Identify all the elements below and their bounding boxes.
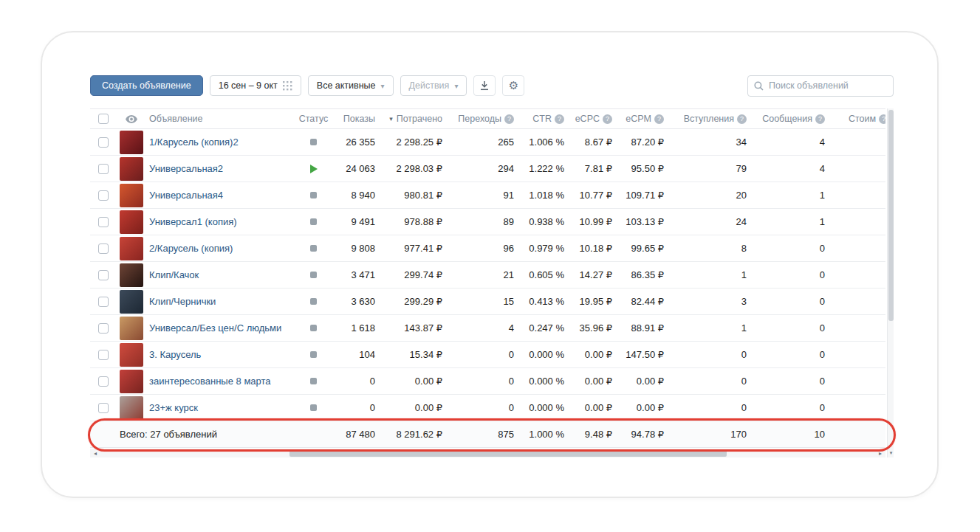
messages-value: 4 — [751, 156, 829, 182]
row-checkbox[interactable] — [98, 376, 109, 387]
ad-name-link[interactable]: Клип/Качок — [149, 269, 199, 280]
row-name-cell: 23+ж курск — [147, 395, 297, 421]
help-icon[interactable]: ? — [879, 114, 885, 124]
ad-name-link[interactable]: Универсал1 (копия) — [149, 216, 237, 227]
row-checkbox-cell — [90, 395, 116, 421]
ecpm-value: 103.13 ₽ — [617, 209, 668, 235]
ad-name-link[interactable]: 23+ж курск — [149, 402, 198, 413]
eye-icon — [126, 115, 137, 123]
chevron-down-icon: ▾ — [381, 82, 385, 90]
cost-value — [829, 262, 885, 288]
row-checkbox[interactable] — [98, 350, 109, 360]
column-header-ctr[interactable]: CTR ? — [518, 109, 569, 128]
column-header-ecpm[interactable]: eCPM ? — [617, 109, 668, 128]
row-checkbox[interactable] — [98, 270, 109, 280]
ad-thumbnail[interactable] — [120, 237, 143, 260]
ad-name-link[interactable]: 1/Карусель (копия)2 — [149, 137, 239, 148]
ad-thumbnail[interactable] — [120, 370, 143, 393]
ad-name-link[interactable]: 2/Карусель (копия) — [149, 243, 233, 254]
ad-thumbnail[interactable] — [120, 263, 143, 287]
settings-button[interactable]: ⚙ — [502, 75, 524, 96]
ad-thumbnail[interactable] — [120, 184, 143, 207]
column-label: CTR — [532, 114, 552, 124]
status-active-icon — [310, 165, 318, 173]
row-checkbox-cell — [90, 342, 116, 367]
column-header-cost[interactable]: Стоим ? — [829, 109, 885, 128]
ad-name-link[interactable]: 3. Карусель — [149, 349, 201, 360]
column-label: Сообщения — [762, 114, 812, 124]
ctr-value: 0.413 % — [518, 289, 569, 314]
column-header-status[interactable]: Статус — [297, 109, 330, 128]
row-checkbox[interactable] — [98, 297, 109, 307]
column-header-messages[interactable]: Сообщения ? — [751, 109, 829, 128]
status-stopped-icon — [310, 298, 317, 305]
help-icon[interactable]: ? — [737, 114, 747, 124]
column-label: Потрачено — [397, 114, 442, 124]
ad-thumbnail[interactable] — [120, 157, 143, 181]
column-header-name[interactable]: Объявление — [147, 109, 297, 128]
ad-name-link[interactable]: заинтересованные 8 марта — [149, 376, 271, 387]
row-checkbox[interactable] — [98, 164, 109, 174]
status-stopped-icon — [310, 351, 317, 358]
calendar-grid-icon — [283, 81, 292, 91]
ad-thumbnail[interactable] — [120, 317, 143, 340]
ad-name-link[interactable]: Универсал/Без цен/С людьми — [149, 322, 281, 334]
row-checkbox[interactable] — [98, 190, 109, 201]
ad-thumbnail[interactable] — [120, 210, 143, 234]
column-header-joins[interactable]: Вступления ? — [668, 109, 751, 128]
horizontal-scrollbar[interactable]: ◂ ▸ — [90, 449, 885, 457]
help-icon[interactable]: ? — [654, 114, 664, 124]
row-checkbox[interactable] — [98, 403, 109, 413]
row-checkbox[interactable] — [98, 243, 109, 254]
search-input[interactable] — [769, 80, 887, 91]
ad-name-link[interactable]: Универсальная4 — [149, 190, 223, 201]
horizontal-scroll-thumb[interactable] — [289, 449, 727, 457]
actions-dropdown[interactable]: Действия ▾ — [400, 75, 467, 96]
row-checkbox[interactable] — [98, 323, 109, 334]
clicks-value: 4 — [447, 315, 518, 341]
cost-value — [829, 315, 885, 341]
row-name-cell: заинтересованные 8 марта — [147, 368, 297, 394]
help-icon[interactable]: ? — [555, 114, 564, 124]
help-icon[interactable]: ? — [603, 114, 612, 124]
scroll-right-arrow[interactable]: ▸ — [875, 449, 885, 457]
row-status-cell — [297, 395, 330, 421]
scroll-left-arrow[interactable]: ◂ — [90, 449, 100, 457]
column-header-spent[interactable]: ▾ Потрачено — [380, 109, 447, 128]
table-row: Клип/Качок 3 471 299.74 ₽ 21 0.605 % 14.… — [90, 262, 885, 289]
cost-value — [829, 129, 885, 155]
column-header-impressions[interactable]: Показы — [330, 109, 380, 128]
clicks-value: 0 — [447, 342, 518, 367]
row-preview-cell — [116, 182, 147, 208]
ad-name-link[interactable]: Универсальная2 — [149, 163, 223, 174]
table-body: 1/Карусель (копия)2 26 355 2 298.25 ₽ 26… — [90, 129, 885, 421]
date-range-picker[interactable]: 16 сен – 9 окт — [210, 75, 301, 96]
column-header-ecpc[interactable]: eCPC ? — [569, 109, 617, 128]
row-preview-cell — [116, 395, 147, 421]
vertical-scrollbar[interactable]: ▾ — [887, 108, 894, 457]
scroll-down-arrow[interactable]: ▾ — [888, 449, 894, 457]
ad-thumbnail[interactable] — [120, 290, 143, 314]
messages-value: 0 — [751, 315, 829, 341]
export-button[interactable] — [473, 75, 496, 96]
vertical-scroll-thumb[interactable] — [888, 110, 894, 321]
joins-value: 1 — [668, 262, 751, 288]
column-header-clicks[interactable]: Переходы ? — [447, 109, 518, 128]
create-ad-button[interactable]: Создать объявление — [90, 75, 203, 96]
status-filter-dropdown[interactable]: Все активные ▾ — [308, 75, 394, 96]
row-checkbox-cell — [90, 235, 116, 261]
ad-thumbnail[interactable] — [120, 396, 143, 420]
row-checkbox[interactable] — [98, 217, 109, 227]
ad-thumbnail[interactable] — [120, 131, 143, 154]
row-checkbox[interactable] — [98, 137, 109, 148]
status-stopped-icon — [310, 272, 317, 278]
ad-thumbnail[interactable] — [120, 343, 143, 367]
select-all-checkbox[interactable] — [98, 114, 109, 124]
totals-spent: 8 291.62 ₽ — [380, 421, 447, 447]
help-icon[interactable]: ? — [815, 114, 825, 124]
ctr-value: 0.000 % — [518, 342, 569, 367]
row-status-cell — [297, 182, 330, 208]
help-icon[interactable]: ? — [504, 114, 514, 124]
ad-name-link[interactable]: Клип/Чернички — [149, 296, 216, 307]
row-name-cell: 3. Карусель — [147, 342, 297, 367]
